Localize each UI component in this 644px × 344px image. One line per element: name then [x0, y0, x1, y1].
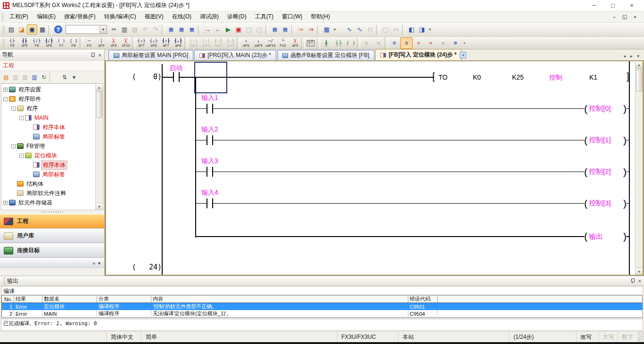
ladder-branch-rung[interactable]: 输入2 ( 控制[1] ) [195, 124, 629, 156]
tree-item[interactable]: 程序本体 [1, 123, 95, 132]
tree-expander[interactable]: - [11, 144, 16, 148]
ladder-symbol-button[interactable]: ┤├ F5 [6, 37, 18, 49]
toolbar-button[interactable] [198, 25, 201, 34]
scrollbar-thumb[interactable] [96, 91, 102, 118]
tree-expander[interactable]: + [3, 201, 8, 205]
scroll-up-icon[interactable]: ▲ [96, 84, 103, 91]
ladder-symbol-button[interactable] [80, 37, 83, 49]
nav-tool-button[interactable] [50, 73, 59, 82]
menu-item[interactable]: 工具(T) [251, 11, 278, 22]
ladder-symbol-button[interactable] [184, 37, 188, 49]
ladder-symbol-button[interactable] [357, 37, 360, 49]
tree-item[interactable]: 局部标签 [1, 170, 95, 179]
menu-item[interactable]: 调试(B) [196, 11, 223, 22]
nav-tool-button[interactable]: ▥ [30, 73, 39, 82]
ladder-symbol-button[interactable] [301, 37, 305, 49]
toolbar-button[interactable] [162, 25, 165, 34]
nav-tool-button[interactable]: ▥ [11, 73, 20, 82]
maximize-button[interactable]: □ [603, 2, 622, 9]
toolbar-button[interactable]: ← [213, 25, 223, 34]
ladder-symbol-button[interactable]: ST [305, 37, 317, 49]
chevron-down-icon[interactable]: ▾ [99, 25, 107, 33]
toolbar-button[interactable]: ∿ [344, 25, 355, 34]
ladder-symbol-button[interactable]: ╳ cF10 [120, 37, 132, 49]
ladder-symbol-button[interactable]: [ ] F8 [67, 37, 80, 49]
tree-item[interactable]: - MAIN [1, 113, 95, 123]
ladder-symbol-button[interactable]: ╳ aF9 [289, 37, 301, 49]
toolbar-button[interactable]: ↦ [391, 25, 401, 34]
scroll-down-icon[interactable]: ▼ [96, 203, 103, 210]
tree-expander[interactable]: + [3, 88, 8, 92]
ladder-symbol-button[interactable]: ( ) [345, 37, 357, 49]
ladder-symbol-button[interactable]: ⊙ [425, 37, 437, 49]
menu-item[interactable]: 帮助(H) [306, 11, 334, 22]
toolbar-button[interactable]: ▣ [27, 25, 37, 34]
toolbar-button[interactable] [317, 25, 321, 34]
tree-item[interactable]: + 软元件存储器 [1, 198, 95, 207]
ladder-symbol-button[interactable]: ▦ [437, 37, 449, 49]
close-panel-icon[interactable]: × [99, 53, 101, 57]
ladder-symbol-button[interactable]: ┤↑├ sF7 [135, 37, 148, 49]
ladder-symbol-button[interactable]: ─ F9 [83, 37, 95, 49]
toolbar-button[interactable]: ⇒ [296, 25, 306, 34]
ladder-symbol-button[interactable]: ≡ [400, 37, 413, 49]
tab-list-icon[interactable]: ▾ [637, 54, 639, 58]
ladder-symbol-button[interactable]: ≡ [388, 37, 400, 49]
document-tab[interactable]: 局部标签设置 MAIN [PRG] [108, 50, 193, 60]
ladder-editor[interactable]: ( 0) ( 24) 启动 [ TO K0 K25 控制 K1 ] [105, 61, 644, 276]
pin-icon[interactable] [630, 278, 635, 284]
menu-item[interactable]: 窗口(W) [278, 11, 306, 22]
close-panel-icon[interactable]: × [638, 278, 641, 283]
ladder-symbol-button[interactable] [132, 37, 135, 49]
chevron-down-icon[interactable]: ▾ [98, 261, 100, 266]
toolbar-button[interactable]: ↶ [140, 25, 150, 34]
toolbar-button[interactable]: ? [54, 25, 62, 33]
tree-item[interactable]: - 程序部件 [1, 94, 95, 104]
ladder-symbol-button[interactable]: ┨┠ sF5 [18, 37, 31, 49]
toolbar-button[interactable] [402, 25, 405, 34]
tree-item[interactable]: - 程序 [1, 104, 95, 113]
ladder-symbol-button[interactable]: ⊙ [413, 37, 425, 49]
menu-item[interactable]: 转换/编译(C) [100, 11, 140, 22]
ladder-symbol-button[interactable]: ↓ caF5 [252, 37, 264, 49]
toolbar-button[interactable]: ✂ [109, 25, 119, 34]
ladder-symbol-button[interactable]: ↑ aF5 [240, 37, 252, 49]
toolbar-button[interactable]: ▢ [254, 25, 264, 34]
tree-expander[interactable]: - [19, 116, 24, 120]
tree-item[interactable]: + 程序设置 [1, 85, 95, 94]
nav-tool-button[interactable]: ⇅ [60, 73, 69, 82]
toolbar-button[interactable]: ↷ [150, 25, 161, 34]
toolbar-button[interactable]: ⊓ [365, 25, 375, 34]
toolbar-button[interactable] [291, 25, 295, 34]
toolbar-button[interactable]: ▧ [130, 25, 140, 34]
to-instruction[interactable]: [ TO K0 K25 控制 K1 ] [432, 73, 632, 82]
error-row[interactable]: 2 Error MAIN 编译程序 无法编译'定位模块(定位模块_1)'。 C9… [2, 310, 643, 318]
nav-tool-button[interactable]: ▤ [1, 73, 11, 82]
ladder-symbol-button[interactable] [385, 37, 388, 49]
ladder-symbol-button[interactable]: ▤ [372, 37, 385, 49]
ladder-branch-rung[interactable]: 输入1 ( 控制[0] ) [195, 93, 629, 124]
toolbar-button[interactable]: ▦ [37, 25, 48, 34]
ladder-symbol-button[interactable]: ╂ [320, 37, 332, 49]
menu-item[interactable]: 搜索/替换(F) [60, 11, 100, 22]
menu-item[interactable]: 视图(V) [140, 11, 168, 22]
tree-expander[interactable]: - [11, 106, 16, 111]
ladder-symbol-button[interactable]: ┨↓┠ aF8 [172, 37, 184, 49]
ladder-symbol-button[interactable]: ─/ caF10 [264, 37, 277, 49]
toolbar-button[interactable] [265, 25, 269, 34]
ladder-symbol-button[interactable]: ┤↓├ saF6 [200, 37, 212, 49]
ladder-branch-rung[interactable]: 输入3 ( 控制[2] ) [195, 156, 629, 188]
ladder-symbol-button[interactable]: │ sF9 [95, 37, 107, 49]
ladder-symbol-button[interactable]: ▥ [360, 37, 372, 49]
toolbar-button[interactable]: ▦ [176, 25, 187, 34]
mdi-minimize-button[interactable]: − [609, 14, 619, 20]
toolbar-button[interactable]: ▦ [322, 25, 332, 34]
toolbar-button[interactable]: → [202, 25, 213, 34]
toolbar-button[interactable] [49, 25, 52, 34]
ladder-symbol-button[interactable]: └ F10 [277, 37, 289, 49]
toolbar-button[interactable]: ▣ [233, 25, 244, 34]
toolbar-button[interactable]: ▢ [380, 25, 391, 34]
resize-grip[interactable] [637, 332, 644, 342]
menu-item[interactable]: 诊断(D) [223, 11, 251, 22]
mdi-restore-button[interactable]: ◱ [619, 14, 630, 20]
